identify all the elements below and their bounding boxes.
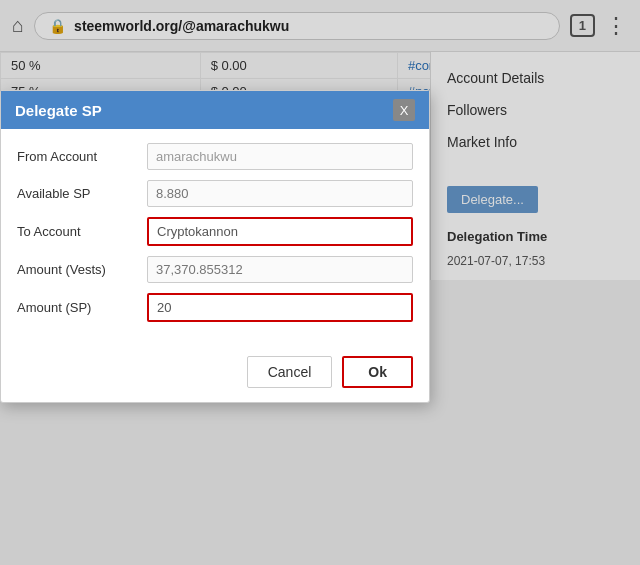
modal-field-row: To Account (17, 217, 413, 246)
delegate-sp-modal: Delegate SP X From AccountAvailable SPTo… (0, 90, 430, 403)
modal-label-4: Amount (SP) (17, 300, 147, 315)
modal-footer: Cancel Ok (1, 346, 429, 402)
modal-label-2: To Account (17, 224, 147, 239)
modal-field-row: From Account (17, 143, 413, 170)
modal-title: Delegate SP (15, 102, 102, 119)
modal-input-0 (147, 143, 413, 170)
modal-body: From AccountAvailable SPTo AccountAmount… (1, 129, 429, 346)
modal-label-0: From Account (17, 149, 147, 164)
cancel-button[interactable]: Cancel (247, 356, 333, 388)
modal-field-row: Amount (SP) (17, 293, 413, 322)
modal-input-4[interactable] (147, 293, 413, 322)
modal-overlay: Delegate SP X From AccountAvailable SPTo… (0, 0, 640, 565)
modal-field-row: Available SP (17, 180, 413, 207)
modal-input-1 (147, 180, 413, 207)
modal-field-row: Amount (Vests) (17, 256, 413, 283)
ok-button[interactable]: Ok (342, 356, 413, 388)
modal-close-button[interactable]: X (393, 99, 415, 121)
modal-label-1: Available SP (17, 186, 147, 201)
modal-input-2[interactable] (147, 217, 413, 246)
modal-label-3: Amount (Vests) (17, 262, 147, 277)
modal-input-3 (147, 256, 413, 283)
modal-header: Delegate SP X (1, 91, 429, 129)
